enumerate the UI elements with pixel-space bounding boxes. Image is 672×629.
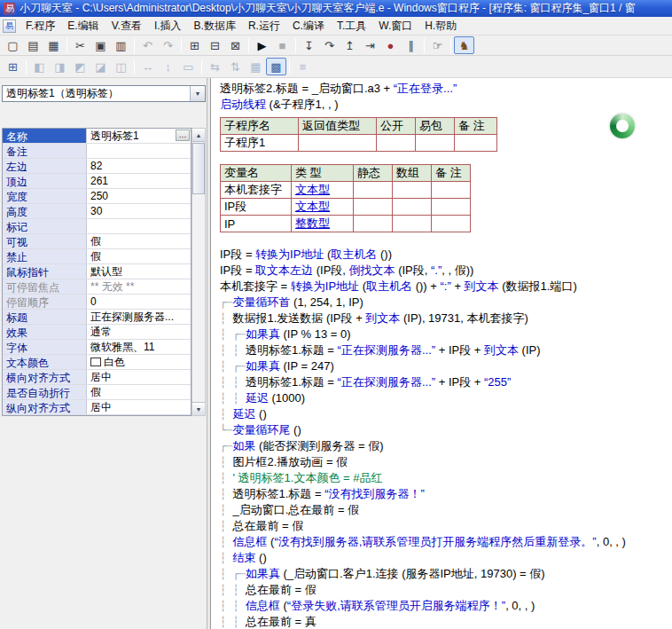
pause-icon[interactable]: ∥ — [401, 36, 421, 54]
align-bottom-icon[interactable]: ◪ — [90, 58, 111, 75]
property-row-可视[interactable]: 可视假 — [3, 234, 191, 249]
table-cell[interactable] — [393, 199, 432, 216]
property-row-高度[interactable]: 高度30 — [3, 204, 191, 219]
table-cell[interactable]: IP — [221, 216, 292, 232]
compile-run-icon[interactable]: ♞ — [454, 36, 474, 54]
property-row-文本颜色[interactable]: 文本颜色白色 — [3, 355, 191, 370]
code-line[interactable]: ┆ ┆ 总在最前 = 假 — [220, 582, 672, 598]
step-into-icon[interactable]: ↧ — [299, 36, 319, 54]
code-line[interactable]: ┆ ┆ 透明标签1.标题 = “正在探测服务器...” + IP段 + 到文本 … — [220, 342, 672, 358]
lock-controls-icon[interactable]: ▩ — [266, 58, 286, 75]
table-cell[interactable] — [432, 182, 471, 199]
property-row-宽度[interactable]: 宽度250 — [3, 189, 191, 204]
table-cell[interactable]: 子程序1 — [221, 135, 299, 152]
table-cell[interactable] — [377, 135, 416, 152]
property-row-是否自动折行[interactable]: 是否自动折行假 — [3, 385, 191, 400]
table-cell[interactable] — [393, 216, 432, 232]
save-icon[interactable]: ▦ — [43, 36, 64, 54]
menu-R.运行[interactable]: R.运行 — [242, 16, 286, 36]
hand-tool-icon[interactable]: ☞ — [427, 36, 448, 54]
same-size-icon[interactable]: ▭ — [178, 58, 199, 75]
cut-icon[interactable]: ✂ — [70, 36, 90, 54]
property-row-名称[interactable]: 名称透明标签1… — [3, 129, 191, 144]
form-designer-icon[interactable]: ⊞ — [3, 58, 23, 75]
property-row-横向对齐方式[interactable]: 横向对齐方式居中 — [3, 370, 191, 385]
menu-B.数据库[interactable]: B.数据库 — [188, 16, 242, 36]
code-line[interactable]: ┆ 数据报1.发送数据 (IP段 + 到文本 (IP), 19731, 本机套接… — [220, 311, 672, 326]
property-row-备注[interactable]: 备注 — [3, 144, 191, 159]
code-line[interactable]: IP段 = 取文本左边 (IP段, 倒找文本 (IP段, “.”, , 假)) — [220, 263, 672, 279]
align-right-icon[interactable]: ◨ — [50, 58, 70, 75]
table-cell[interactable]: 文本型 — [292, 199, 354, 216]
code-line[interactable]: ┆ 延迟 () — [220, 406, 672, 422]
menu-I.插入[interactable]: I.插入 — [148, 16, 188, 36]
property-row-标题[interactable]: 标题正在探测服务器... — [3, 310, 191, 325]
snap-grid-icon[interactable]: ▦ — [246, 58, 266, 75]
menu-F.程序[interactable]: F.程序 — [20, 16, 61, 36]
code-line[interactable]: IP段 = 转换为IP地址 (取主机名 ()) — [220, 247, 672, 263]
align-top-icon[interactable]: ◩ — [70, 58, 90, 75]
insert-row-icon[interactable]: ⊟ — [205, 36, 225, 54]
property-row-鼠标指针[interactable]: 鼠标指针默认型 — [3, 264, 191, 279]
scroll-down-icon[interactable]: ▼ — [192, 402, 205, 415]
code-editor[interactable]: 透明标签2.标题 = _启动窗口.a3 + “正在登录...”启动线程 (&子程… — [210, 78, 672, 629]
table-cell[interactable]: 本机套接字 — [221, 182, 292, 199]
menu-E.编辑[interactable]: E.编辑 — [61, 16, 105, 36]
align-center-icon[interactable]: ◫ — [111, 58, 131, 75]
code-line[interactable]: ┆ ┆ 延迟 (1000) — [220, 390, 672, 406]
property-row-标记[interactable]: 标记 — [3, 219, 191, 234]
code-line[interactable]: 透明标签2.标题 = _启动窗口.a3 + “正在登录...” — [220, 81, 672, 97]
code-line[interactable]: ┆ 信息框 (“没有找到服务器,请联系管理员打开服务端程序然后重新登录。”, 0… — [220, 534, 672, 550]
code-line[interactable]: ┆ 透明标签1.标题 = “没有找到服务器！” — [220, 486, 672, 502]
stop-icon[interactable]: ■ — [272, 36, 293, 54]
component-selector[interactable]: 透明标签1（透明标签） ▼ — [2, 85, 206, 102]
insert-table-icon[interactable]: ⊞ — [184, 36, 205, 54]
code-line[interactable]: ┆ 图片框2.播放动画 = 假 — [220, 454, 672, 470]
menu-T.工具[interactable]: T.工具 — [331, 16, 372, 36]
code-line[interactable]: 本机套接字 = 转换为IP地址 (取主机名 ()) + “:” + 到文本 (数… — [220, 279, 672, 295]
chevron-down-icon[interactable]: ▼ — [190, 86, 205, 101]
table-cell[interactable] — [354, 182, 393, 199]
code-line[interactable]: ┆ 总在最前 = 假 — [220, 518, 672, 534]
property-row-顶边[interactable]: 顶边261 — [3, 174, 191, 189]
paste-icon[interactable]: ▥ — [111, 36, 131, 54]
undo-icon[interactable]: ↶ — [137, 36, 158, 54]
run-to-cursor-icon[interactable]: ⇥ — [360, 36, 380, 54]
property-row-字体[interactable]: 字体微软雅黑、11 — [3, 340, 191, 355]
table-cell[interactable] — [354, 199, 393, 216]
code-line[interactable]: ┌┄如果 (能否探测到服务器 = 假) — [220, 438, 672, 454]
code-line[interactable]: ┆ ' 透明标签1.文本颜色 = #品红 — [220, 470, 672, 486]
table-cell[interactable] — [455, 135, 497, 152]
table-cell[interactable]: 文本型 — [292, 182, 354, 199]
property-scrollbar[interactable]: ▲ ▼ — [191, 128, 206, 416]
scroll-up-icon[interactable]: ▲ — [192, 129, 205, 142]
property-row-效果[interactable]: 效果通常 — [3, 325, 191, 340]
table-cell[interactable] — [432, 199, 471, 216]
property-row-停留顺序[interactable]: 停留顺序0 — [3, 295, 191, 310]
step-out-icon[interactable]: ↥ — [340, 36, 360, 54]
space-horizontal-icon[interactable]: ⇆ — [205, 58, 225, 75]
open-file-icon[interactable]: ▤ — [23, 36, 43, 54]
table-cell[interactable] — [299, 135, 377, 152]
property-row-纵向对齐方式[interactable]: 纵向对齐方式居中 — [3, 400, 191, 415]
menu-W.窗口[interactable]: W.窗口 — [372, 16, 418, 36]
table-cell[interactable]: IP段 — [221, 199, 292, 216]
property-row-禁止[interactable]: 禁止假 — [3, 249, 191, 264]
step-over-icon[interactable]: ↷ — [319, 36, 340, 54]
space-vertical-icon[interactable]: ⇅ — [225, 58, 246, 75]
table-cell[interactable] — [354, 216, 393, 232]
table-cell[interactable] — [432, 216, 471, 232]
code-line[interactable]: ┆ ┌┄如果真 (IP = 247) — [220, 358, 672, 374]
code-line[interactable]: └┄变量循环尾 () — [220, 422, 672, 438]
scrollbar-thumb[interactable] — [192, 143, 205, 194]
same-width-icon[interactable]: ↔ — [137, 58, 158, 75]
code-line[interactable]: ┆ ┌┄如果真 (IP % 13 = 0) — [220, 326, 672, 342]
code-line[interactable]: ┆ ┆ 总在最前 = 真 — [220, 614, 672, 629]
tab-order-icon[interactable]: ≡ — [293, 58, 313, 75]
code-line[interactable]: ┆ ┆ 信息框 (“登录失败,请联系管理员开启服务端程序！”, 0, , ) — [220, 598, 672, 614]
menu-V.查看[interactable]: V.查看 — [105, 16, 148, 36]
code-line[interactable]: ┆ ┆ 透明标签1.标题 = “正在探测服务器...” + IP段 + “255… — [220, 374, 672, 390]
property-row-左边[interactable]: 左边82 — [3, 159, 191, 174]
same-height-icon[interactable]: ↕ — [158, 58, 178, 75]
menu-H.帮助[interactable]: H.帮助 — [418, 16, 463, 36]
